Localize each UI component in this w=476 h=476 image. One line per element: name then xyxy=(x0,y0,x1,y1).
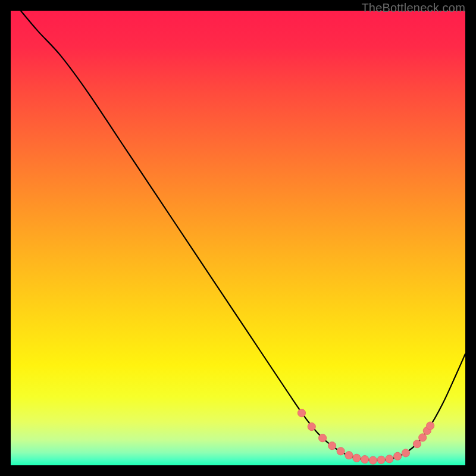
highlight-dot xyxy=(402,449,409,457)
highlight-dot xyxy=(419,434,427,441)
highlight-dot xyxy=(361,455,369,463)
highlight-dot xyxy=(369,456,377,464)
highlight-dot xyxy=(345,452,353,459)
chart-frame: TheBottleneck.com xyxy=(0,0,476,476)
chart-svg xyxy=(11,11,465,465)
highlight-dot xyxy=(394,452,402,460)
highlight-dot xyxy=(413,440,421,447)
highlight-dot xyxy=(328,442,336,450)
highlight-dot xyxy=(308,422,315,430)
highlight-dot xyxy=(337,447,345,455)
plot-area xyxy=(11,11,465,465)
highlight-dot xyxy=(427,422,434,430)
highlight-dot xyxy=(377,456,385,464)
highlight-dot xyxy=(298,409,305,417)
attribution-text: TheBottleneck.com xyxy=(361,1,465,15)
highlight-dot xyxy=(353,454,361,462)
highlight-dot xyxy=(386,455,393,463)
highlight-dot xyxy=(319,434,327,442)
